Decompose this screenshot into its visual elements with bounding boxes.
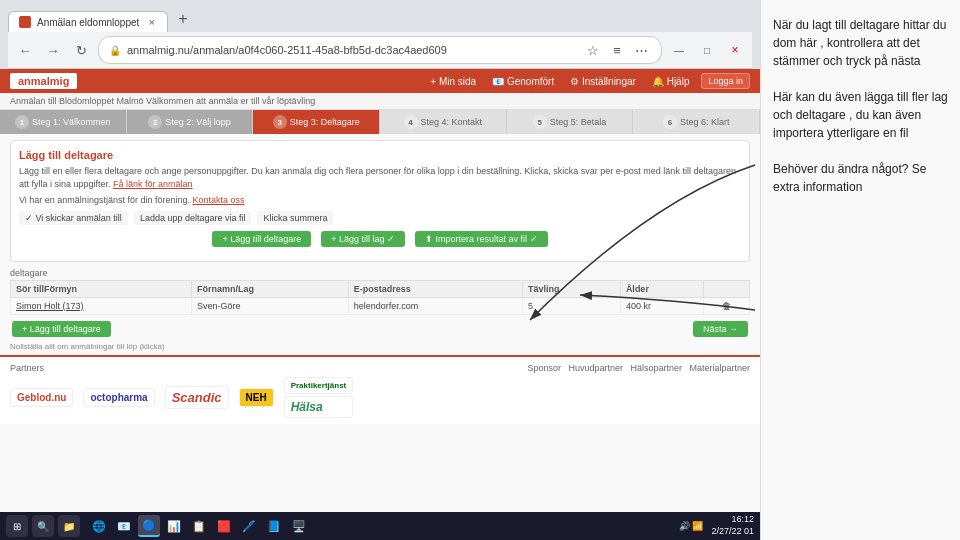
step-4-label: Steg 4: Kontakt [421,117,483,127]
footer-sponsors: Partners Sponsor Huvudpartner Hälsopartn… [0,355,760,424]
modal-title: Lägg till deltagare [19,149,741,161]
clock-date: 2/27/22 01 [711,526,754,538]
search-button[interactable]: 🔍 [32,515,54,537]
tab-favicon [19,16,31,28]
close-window-button[interactable]: × [724,39,746,61]
modal-info-row: ✓ Vi skickar anmälan till Ladda upp delt… [19,211,741,225]
sponsors-sub-labels: Sponsor Huvudpartner Hälsopartner Materi… [527,363,750,373]
modal-desc2: Vi har en anmälningstjänst för din fören… [19,194,741,207]
table-add-participant-button[interactable]: + Lägg till deltagare [12,321,111,337]
nav-hjalp[interactable]: 🔔 Hjälp [648,74,694,89]
taskbar-mail[interactable]: 📧 [113,515,135,537]
sponsor-halsa: Hälsa [284,396,354,418]
step-1[interactable]: 1 Steg 1: Välkommen [0,110,127,134]
table-note: Nollställa allt om anmälningar till löp … [10,342,750,351]
more-icon[interactable]: ⋯ [631,40,651,60]
step-3-num: 3 [273,115,287,129]
tab-close-button[interactable]: × [149,16,155,28]
row-firstname: Sven-Göre [192,297,349,314]
step-5-label: Steg 5: Betala [550,117,607,127]
step-6-label: Steg 6: Klart [680,117,730,127]
taskbar: ⊞ 🔍 📁 🌐 📧 🔵 📊 📋 🟥 🖊️ 📘 🖥️ 🔊 📶 16:12 2/27… [0,512,760,540]
taskbar-onenote[interactable]: 📘 [263,515,285,537]
modal-link2[interactable]: Kontakta oss [192,195,244,205]
taskbar-pp[interactable]: 🟥 [213,515,235,537]
start-button[interactable]: ⊞ [6,515,28,537]
modal-actions: + Lägg till deltagare + Lägg till lag ✓ … [19,229,741,249]
sponsor-scandic: Scandic [165,386,229,409]
taskbar-word[interactable]: 📋 [188,515,210,537]
minimize-button[interactable]: — [668,39,690,61]
table-header-row: Sör tillFörmyn Förnamn/Lag E-postadress … [11,280,750,297]
sponsor-praktiker: Praktikertjänst [284,377,354,394]
refresh-button[interactable]: ↻ [70,39,92,61]
taskbar-apps: 🌐 📧 🔵 📊 📋 🟥 🖊️ 📘 🖥️ [88,515,310,537]
col-header-email: E-postadress [348,280,522,297]
col-header-name: Sör tillFörmyn [11,280,192,297]
taskbar-notepad[interactable]: 🖊️ [238,515,260,537]
taskbar-ie[interactable]: 🔵 [138,515,160,537]
sponsor-neh: NEH [239,388,274,407]
task-view-button[interactable]: 📁 [58,515,80,537]
forward-button[interactable]: → [42,39,64,61]
table-actions: + Lägg till deltagare Nästa → [10,319,750,339]
info-item-1: ✓ Vi skickar anmälan till [19,211,128,225]
annotation-1: När du lagt till deltagare hittar du dom… [773,16,948,70]
maximize-button[interactable]: □ [696,39,718,61]
table-row: Simon Holt (173) Sven-Göre helendorfer.c… [11,297,750,314]
table-next-button[interactable]: Nästa → [693,321,748,337]
browser-content: anmalmig + Min sida 📧 Genomfört ⚙ Instäl… [0,69,760,512]
step-2[interactable]: 2 Steg 2: Välj lopp [127,110,254,134]
add-team-button[interactable]: + Lägg till lag ✓ [321,231,405,247]
site-header: anmalmig + Min sida 📧 Genomfört ⚙ Instäl… [0,69,760,93]
step-5-num: 5 [533,115,547,129]
col-header-age: Ålder [620,280,703,297]
site-nav: + Min sida 📧 Genomfört ⚙ Inställningar 🔔… [426,73,750,89]
address-bar-row: ← → ↻ 🔒 anmalmig.nu/anmalan/a0f4c060-251… [8,32,752,69]
add-participant-button[interactable]: + Lägg till deltagare [212,231,311,247]
active-tab[interactable]: Anmälan eldomnloppet × [8,11,168,32]
sponsor-group-right: Praktikertjänst Hälsa [284,377,354,418]
step-5[interactable]: 5 Steg 5: Betala [507,110,634,134]
sponsor-geblod: Geblod.nu [10,388,73,407]
annotation-1-text: När du lagt till deltagare hittar du dom… [773,18,946,68]
site-logo[interactable]: anmalmig [10,73,77,89]
import-file-button[interactable]: ⬆ Importera resultat av fil ✓ [415,231,548,247]
step-2-num: 2 [148,115,162,129]
login-button[interactable]: Logga in [701,73,750,89]
step-1-label: Steg 1: Välkommen [32,117,111,127]
row-email: helendorfer.com [348,297,522,314]
step-1-num: 1 [15,115,29,129]
annotation-3: Behöver du ändra något? Se extra informa… [773,160,948,196]
nav-min-sida[interactable]: + Min sida [426,74,480,89]
participants-table-section: deltagare Sör tillFörmyn Förnamn/Lag E-p… [10,268,750,351]
col-header-action [703,280,749,297]
step-6[interactable]: 6 Steg 6: Klart [633,110,760,134]
annotation-3-text: Behöver du ändra något? Se extra informa… [773,162,926,194]
address-bar[interactable]: 🔒 anmalmig.nu/anmalan/a0f4c060-2511-45a8… [98,36,662,64]
nav-genomfort[interactable]: 📧 Genomfört [488,74,558,89]
back-button[interactable]: ← [14,39,36,61]
table-label: deltagare [10,268,750,278]
step-3[interactable]: 3 Steg 3: Deltagare [253,110,380,134]
modal-link1[interactable]: Få länk för anmälan [113,179,193,189]
taskbar-tray-icons: 🔊 📶 [679,521,704,531]
new-tab-button[interactable]: + [170,6,196,32]
clock-time: 16:12 [711,514,754,526]
nav-installningar[interactable]: ⚙ Inställningar [566,74,640,89]
taskbar-excel[interactable]: 📊 [163,515,185,537]
sponsors-title: Partners Sponsor Huvudpartner Hälsopartn… [10,363,750,373]
row-name[interactable]: Simon Holt (173) [11,297,192,314]
taskbar-screen[interactable]: 🖥️ [288,515,310,537]
row-delete-button[interactable]: 🗑 [703,297,749,314]
step-4[interactable]: 4 Steg 4: Kontakt [380,110,507,134]
taskbar-right: 🔊 📶 16:12 2/27/22 01 [679,514,754,537]
bookmark-icon[interactable]: ☆ [583,40,603,60]
sub-header-text: Anmälan till Blodomloppet Malmö Välkomme… [10,96,315,106]
step-4-num: 4 [404,115,418,129]
taskbar-edge[interactable]: 🌐 [88,515,110,537]
annotation-2-text: Här kan du även lägga till fler lag och … [773,90,948,140]
row-race: 5 [522,297,620,314]
sponsors-main-label: Partners [10,363,44,373]
menu-icon[interactable]: ≡ [607,40,627,60]
